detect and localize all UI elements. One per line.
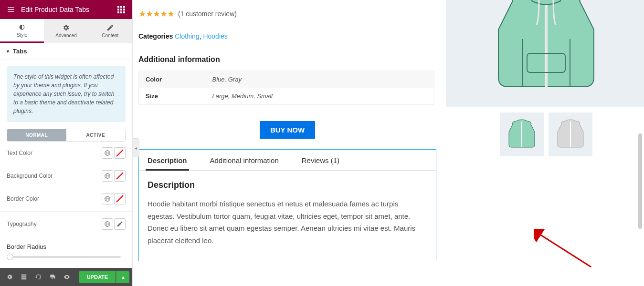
tab-reviews[interactable]: Reviews (1): [300, 150, 341, 170]
navigator-icon[interactable]: [17, 270, 31, 284]
panel-collapse-handle[interactable]: ◂: [133, 138, 139, 157]
section-toggle-tabs[interactable]: ▾ Tabs: [0, 43, 132, 60]
global-typography-button[interactable]: [102, 218, 113, 230]
text-color-picker[interactable]: [114, 147, 126, 159]
attr-value: Large, Medium, Small: [206, 88, 434, 105]
control-label-background-color: Background Color: [7, 173, 53, 179]
apps-grid-button[interactable]: [114, 6, 128, 13]
buy-now-button[interactable]: BUY NOW: [260, 121, 315, 139]
state-tab-active[interactable]: ACTIVE: [66, 129, 126, 141]
review-count-text: (1 customer review): [178, 10, 237, 18]
tab-content-body: Hoodie habitant morbi tristique senectus…: [148, 198, 427, 246]
canvas-scrollbar[interactable]: [638, 0, 643, 286]
category-link[interactable]: Hoodies: [203, 32, 227, 40]
additional-info-heading: Additional information: [138, 55, 436, 64]
global-color-button[interactable]: [102, 170, 113, 182]
border-radius-slider[interactable]: [7, 256, 121, 258]
attr-name: Color: [139, 71, 206, 88]
background-color-picker[interactable]: [114, 170, 126, 182]
update-button[interactable]: UPDATE: [79, 271, 116, 283]
state-tab-normal[interactable]: NORMAL: [7, 129, 66, 141]
panel-tab-advanced[interactable]: Advanced: [44, 19, 88, 43]
product-main-image: [446, 0, 644, 107]
global-color-button[interactable]: [102, 147, 113, 159]
control-label-typography: Typography: [7, 221, 37, 227]
control-label-border-radius: Border Radius: [7, 243, 46, 250]
table-row: Color Blue, Gray: [139, 71, 434, 88]
section-title: Tabs: [13, 48, 27, 55]
table-row: Size Large, Medium, Small: [139, 88, 434, 105]
panel-title: Edit Product Data Tabs: [18, 6, 114, 13]
theme-notice: The style of this widget is often affect…: [7, 66, 126, 122]
border-color-picker[interactable]: [114, 193, 126, 204]
categories-label: Categories: [138, 32, 173, 40]
product-data-tabs-widget[interactable]: Description Additional information Revie…: [138, 149, 436, 261]
history-icon[interactable]: [32, 270, 45, 284]
product-thumbnail[interactable]: [500, 112, 544, 156]
tab-description[interactable]: Description: [146, 150, 189, 171]
update-options-button[interactable]: ▲: [116, 271, 129, 283]
caret-down-icon: ▾: [7, 49, 9, 54]
tab-additional-information[interactable]: Additional information: [208, 150, 281, 170]
responsive-icon[interactable]: [46, 270, 59, 284]
panel-tab-content[interactable]: Content: [88, 19, 132, 43]
category-link[interactable]: Clothing: [175, 32, 199, 40]
panel-tab-label: Style: [17, 32, 27, 38]
product-thumbnail[interactable]: [549, 112, 592, 156]
panel-tab-style[interactable]: Style: [0, 19, 44, 43]
attr-value: Blue, Gray: [206, 71, 434, 88]
preview-icon[interactable]: [60, 270, 74, 284]
menu-toggle-button[interactable]: [4, 5, 18, 14]
attributes-table: Color Blue, Gray Size Large, Medium, Sma…: [138, 71, 434, 105]
panel-tab-label: Content: [102, 33, 118, 38]
control-label-text-color: Text Color: [7, 150, 32, 156]
star-rating: ★★★★★: [138, 9, 174, 19]
panel-tab-label: Advanced: [55, 33, 76, 38]
settings-icon[interactable]: [3, 270, 16, 284]
tab-content-heading: Description: [148, 180, 427, 190]
attr-name: Size: [139, 88, 206, 105]
typography-edit-button[interactable]: [114, 218, 126, 230]
control-label-border-color: Border Color: [7, 195, 39, 202]
global-color-button[interactable]: [102, 193, 113, 204]
